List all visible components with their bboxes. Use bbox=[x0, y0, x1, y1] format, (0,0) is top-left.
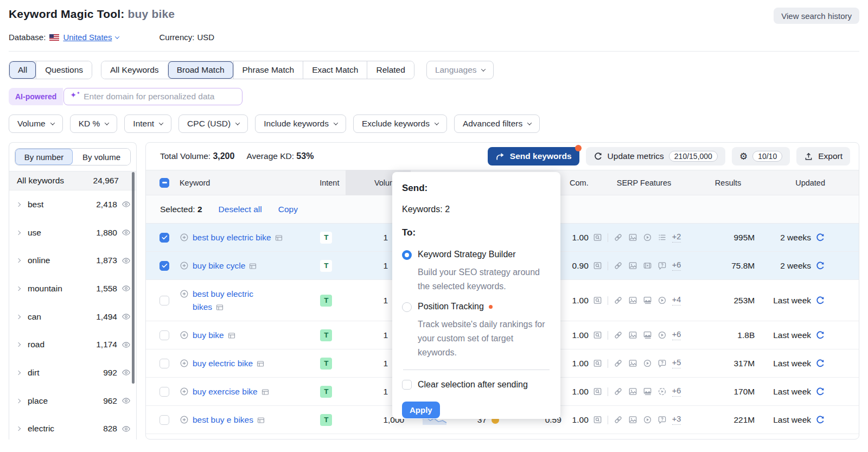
sidebar-group-mountain[interactable]: mountain 1,558 bbox=[9, 275, 136, 303]
column-header-updated[interactable]: Updated bbox=[756, 179, 859, 187]
domain-input[interactable] bbox=[63, 88, 242, 105]
popup-title: Send: bbox=[402, 183, 551, 194]
serp-divider bbox=[608, 233, 608, 242]
column-header-intent[interactable]: Intent bbox=[307, 179, 346, 187]
popup-option-keyword-strategy-builder[interactable]: Keyword Strategy Builder bbox=[402, 249, 551, 260]
sidebar-group-use[interactable]: use 1,880 bbox=[9, 219, 136, 247]
popup-option-position-tracking[interactable]: Position Tracking bbox=[402, 301, 551, 312]
eye-icon[interactable] bbox=[122, 312, 131, 321]
filter-cpc-usd-[interactable]: CPC (USD) bbox=[178, 114, 248, 133]
sidebar-toggle-by-number[interactable]: By number bbox=[15, 149, 73, 165]
filter-include-keywords[interactable]: Include keywords bbox=[255, 114, 346, 133]
refresh-icon[interactable] bbox=[815, 261, 825, 271]
keyword-link[interactable]: best buy e bikes bbox=[193, 413, 265, 426]
tab-phrase-match[interactable]: Phrase Match bbox=[233, 61, 303, 79]
all-keywords-row[interactable]: All keywords 24,967 bbox=[9, 171, 136, 190]
settings-button[interactable]: ⚙ 10/10 bbox=[732, 147, 790, 165]
tab-related[interactable]: Related bbox=[367, 61, 413, 79]
eye-icon[interactable] bbox=[122, 396, 131, 405]
filter-volume[interactable]: Volume bbox=[9, 114, 63, 133]
languages-dropdown[interactable]: Languages bbox=[426, 61, 494, 79]
filter-exclude-keywords[interactable]: Exclude keywords bbox=[353, 114, 447, 133]
keyword-link[interactable]: buy bike bbox=[193, 329, 236, 342]
tab-questions[interactable]: Questions bbox=[36, 61, 92, 79]
database-selector[interactable]: United States bbox=[49, 33, 119, 42]
row-checkbox[interactable] bbox=[159, 387, 169, 397]
copy-link[interactable]: Copy bbox=[278, 205, 298, 214]
refresh-icon[interactable] bbox=[815, 359, 825, 368]
eye-icon[interactable] bbox=[122, 256, 131, 265]
serp-more-link[interactable]: +4 bbox=[672, 295, 681, 305]
images-icon bbox=[643, 330, 652, 340]
radio-button[interactable] bbox=[402, 302, 412, 312]
column-header-serp-features[interactable]: SERP Features bbox=[589, 179, 700, 187]
tab-all[interactable]: All bbox=[9, 61, 36, 79]
keyword-link[interactable]: best buy electric bikes bbox=[193, 288, 274, 314]
refresh-icon[interactable] bbox=[815, 233, 825, 243]
play-circle-icon bbox=[643, 233, 652, 242]
serp-features: +6 bbox=[589, 260, 700, 271]
view-search-history-button[interactable]: View search history bbox=[774, 8, 859, 24]
row-checkbox[interactable] bbox=[159, 415, 169, 425]
sidebar-group-dirt[interactable]: dirt 992 bbox=[9, 359, 136, 387]
column-header-results[interactable]: Results bbox=[699, 179, 756, 187]
serp-card-icon bbox=[257, 416, 265, 424]
apply-button[interactable]: Apply bbox=[402, 402, 440, 418]
clear-selection-label: Clear selection after sending bbox=[418, 380, 528, 390]
sidebar-group-online[interactable]: online 1,873 bbox=[9, 246, 136, 275]
keyword-link[interactable]: buy bike cycle bbox=[193, 259, 257, 272]
row-checkbox[interactable] bbox=[159, 296, 169, 305]
sidebar-group-place[interactable]: place 962 bbox=[9, 387, 136, 415]
deselect-all-link[interactable]: Deselect all bbox=[219, 205, 262, 214]
column-header-keyword[interactable]: Keyword bbox=[180, 179, 307, 187]
sidebar-group-road[interactable]: road 1,174 bbox=[9, 330, 136, 359]
group-name: electric bbox=[28, 424, 54, 434]
serp-more-link[interactable]: +6 bbox=[672, 260, 681, 271]
eye-icon[interactable] bbox=[122, 284, 131, 293]
refresh-icon[interactable] bbox=[815, 330, 825, 340]
update-metrics-button[interactable]: Update metrics 210/15,000 bbox=[586, 147, 725, 165]
eye-icon[interactable] bbox=[122, 424, 131, 434]
tab-all-keywords[interactable]: All Keywords bbox=[101, 61, 168, 79]
radio-button[interactable] bbox=[402, 250, 412, 260]
popup-option-description: Build your SEO strategy around the selec… bbox=[418, 265, 551, 294]
serp-more-link[interactable]: +2 bbox=[672, 232, 681, 243]
row-checkbox[interactable] bbox=[159, 359, 169, 368]
eye-icon[interactable] bbox=[122, 200, 131, 209]
row-checkbox[interactable] bbox=[159, 233, 169, 243]
eye-icon[interactable] bbox=[122, 368, 131, 377]
clear-selection-checkbox[interactable] bbox=[402, 380, 412, 390]
group-count: 1,880 bbox=[96, 228, 117, 238]
serp-more-link[interactable]: +3 bbox=[672, 415, 681, 425]
column-header-com[interactable]: Com. bbox=[561, 179, 589, 187]
serp-more-link[interactable]: +6 bbox=[672, 386, 681, 397]
eye-icon[interactable] bbox=[122, 340, 131, 349]
sidebar-group-can[interactable]: can 1,494 bbox=[9, 303, 136, 331]
tab-broad-match[interactable]: Broad Match bbox=[168, 61, 233, 79]
refresh-icon[interactable] bbox=[815, 387, 825, 397]
sidebar-scrollbar[interactable] bbox=[132, 172, 135, 384]
send-keywords-button[interactable]: Send keywords bbox=[488, 147, 579, 165]
filter-kd-[interactable]: KD % bbox=[70, 114, 118, 133]
keyword-link[interactable]: best buy electric bike bbox=[193, 231, 283, 244]
filter-advanced-filters[interactable]: Advanced filters bbox=[454, 114, 540, 133]
row-checkbox[interactable] bbox=[159, 330, 169, 340]
select-all-checkbox[interactable] bbox=[159, 178, 169, 188]
eye-icon[interactable] bbox=[122, 228, 131, 237]
row-checkbox[interactable] bbox=[159, 261, 169, 271]
serp-more-link[interactable]: +6 bbox=[672, 330, 681, 340]
keyword-link[interactable]: buy exercise bike bbox=[193, 385, 270, 398]
export-button[interactable]: Export bbox=[796, 147, 850, 165]
sidebar-toggle-by-volume[interactable]: By volume bbox=[73, 149, 130, 165]
serp-divider bbox=[608, 262, 608, 270]
refresh-icon[interactable] bbox=[815, 415, 825, 425]
plus-circle-icon bbox=[180, 387, 189, 396]
tab-exact-match[interactable]: Exact Match bbox=[303, 61, 367, 79]
filter-intent[interactable]: Intent bbox=[124, 114, 171, 133]
link-icon bbox=[614, 330, 623, 340]
refresh-icon[interactable] bbox=[815, 296, 825, 305]
keyword-link[interactable]: buy electric bike bbox=[193, 357, 265, 370]
sidebar-group-best[interactable]: best 2,418 bbox=[9, 190, 136, 219]
serp-more-link[interactable]: +5 bbox=[672, 358, 681, 368]
sidebar-group-electric[interactable]: electric 828 bbox=[9, 415, 136, 440]
